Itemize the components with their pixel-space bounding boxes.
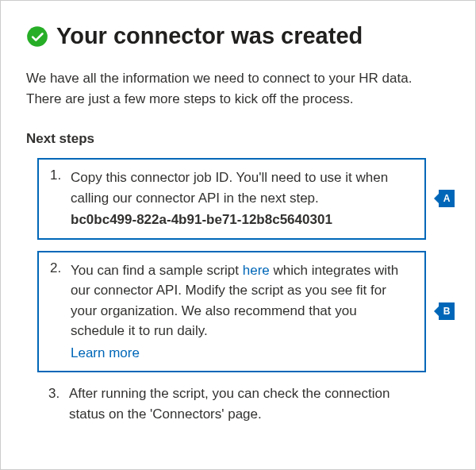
page-title: Your connector was created: [56, 23, 363, 49]
connector-job-id: bc0bc499-822a-4b91-be71-12b8c5640301: [71, 210, 413, 230]
steps-list: Copy this connector job ID. You'll need …: [37, 158, 426, 424]
next-steps-heading: Next steps: [26, 131, 426, 147]
callout-b: B: [439, 302, 455, 320]
sample-script-link[interactable]: here: [243, 263, 270, 278]
intro-text: We have all the information we need to c…: [26, 68, 426, 109]
step-2-text-before: You can find a sample script: [71, 263, 243, 278]
step-2-box: You can find a sample script here which …: [37, 251, 426, 373]
learn-more-link[interactable]: Learn more: [71, 343, 140, 364]
step-1-text: Copy this connector job ID. You'll need …: [71, 170, 388, 206]
success-check-icon: [26, 25, 48, 48]
step-3: After running the script, you can check …: [48, 383, 426, 424]
callout-a: A: [439, 190, 455, 207]
step-1: Copy this connector job ID. You'll need …: [50, 168, 413, 230]
header: Your connector was created: [26, 23, 426, 49]
step-1-box: Copy this connector job ID. You'll need …: [37, 158, 426, 240]
svg-point-0: [27, 26, 48, 47]
step-3-text: After running the script, you can check …: [69, 386, 390, 422]
step-2: You can find a sample script here which …: [50, 260, 413, 364]
